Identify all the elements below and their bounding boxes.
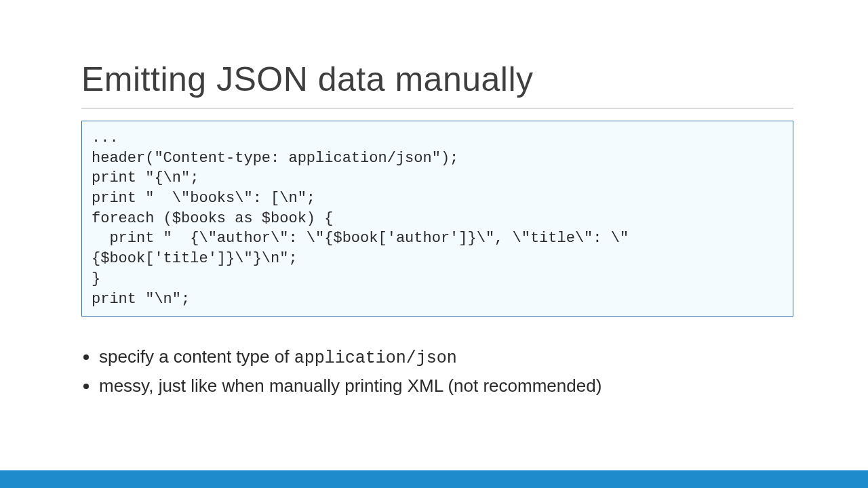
footer-accent-bar bbox=[0, 470, 868, 488]
bullet-list: specify a content type of application/js… bbox=[99, 345, 793, 399]
list-item: messy, just like when manually printing … bbox=[99, 374, 793, 399]
list-item: specify a content type of application/js… bbox=[99, 345, 793, 370]
slide-content: Emitting JSON data manually ... header("… bbox=[0, 0, 868, 399]
slide: Emitting JSON data manually ... header("… bbox=[0, 0, 868, 488]
bullet-text-pre: messy, just like when manually printing … bbox=[99, 375, 601, 396]
bullet-text-code: application/json bbox=[294, 348, 457, 368]
slide-title: Emitting JSON data manually bbox=[81, 61, 793, 98]
bullet-text-pre: specify a content type of bbox=[99, 346, 294, 367]
code-block: ... header("Content-type: application/js… bbox=[81, 121, 793, 317]
title-divider bbox=[81, 108, 793, 108]
